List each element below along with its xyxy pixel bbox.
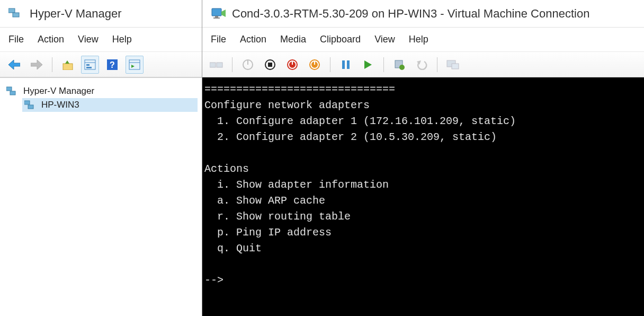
tree-root-label: Hyper-V Manager: [23, 86, 94, 96]
enhanced-session-button[interactable]: [444, 56, 462, 74]
nav-forward-button[interactable]: [28, 56, 46, 74]
vmconnect-toolbar: [202, 52, 644, 77]
svg-rect-21: [213, 17, 220, 19]
svg-rect-28: [268, 63, 272, 67]
hyperv-tree-icon: [6, 85, 19, 97]
hyperv-manager-pane: Hyper-V Manager File Action View Help ?: [0, 0, 202, 316]
vmconnect-menubar: File Action Media Clipboard View Help: [202, 28, 644, 52]
menu-action[interactable]: Action: [38, 34, 64, 45]
hyperv-icon: [8, 6, 23, 21]
svg-rect-23: [210, 63, 216, 67]
server-tree: Hyper-V Manager HP-WIN3: [0, 77, 202, 316]
menu-action[interactable]: Action: [240, 34, 266, 45]
checkpoint-button[interactable]: [390, 56, 408, 74]
svg-rect-42: [452, 64, 459, 69]
properties-button[interactable]: [81, 56, 99, 74]
svg-point-39: [399, 65, 405, 70]
vm-console[interactable]: ============================== Configure…: [202, 77, 644, 316]
toolbar-separator: [330, 57, 330, 72]
svg-rect-12: [129, 60, 140, 69]
svg-marker-2: [8, 60, 20, 69]
tree-host-item[interactable]: HP-WIN3: [22, 98, 198, 112]
svg-rect-4: [63, 64, 73, 70]
svg-rect-19: [212, 8, 221, 16]
svg-marker-40: [417, 60, 421, 65]
toolbar-separator: [232, 57, 232, 72]
toolbar-separator: [383, 57, 384, 72]
svg-rect-17: [24, 101, 30, 104]
revert-button[interactable]: [413, 56, 431, 74]
toolbar-separator: [52, 57, 52, 72]
menu-file[interactable]: File: [211, 34, 226, 45]
hyperv-toolbar: ?: [0, 52, 202, 77]
svg-rect-18: [28, 105, 33, 109]
svg-marker-37: [364, 60, 372, 69]
hyperv-title: Hyper-V Manager: [30, 7, 122, 21]
up-folder-button[interactable]: [59, 56, 77, 74]
svg-rect-24: [217, 63, 222, 67]
ctrl-alt-del-button[interactable]: [208, 56, 226, 74]
svg-rect-20: [215, 16, 218, 17]
svg-rect-1: [13, 13, 19, 17]
vmconnect-title: Cond-3.0.3-RTM-5.30-209 on HP-WIN3 - Vir…: [232, 7, 589, 21]
svg-marker-5: [65, 60, 69, 64]
nav-back-button[interactable]: [5, 56, 23, 74]
svg-marker-22: [221, 10, 226, 17]
menu-view[interactable]: View: [78, 34, 99, 45]
toolbar-separator: [437, 57, 437, 72]
svg-rect-36: [347, 60, 350, 69]
pause-button[interactable]: [337, 56, 355, 74]
vmconnect-icon: [211, 7, 226, 20]
hyperv-menubar: File Action View Help: [0, 28, 202, 52]
tree-root-item[interactable]: Hyper-V Manager: [4, 84, 198, 98]
svg-rect-15: [6, 87, 12, 91]
svg-text:?: ?: [110, 60, 115, 69]
svg-rect-16: [10, 91, 15, 95]
svg-marker-3: [31, 60, 42, 69]
svg-rect-8: [86, 64, 90, 66]
menu-view[interactable]: View: [374, 34, 395, 45]
svg-rect-0: [8, 8, 15, 13]
menu-clipboard[interactable]: Clipboard: [320, 34, 361, 45]
show-actions-button[interactable]: [126, 56, 144, 74]
reset-button[interactable]: [359, 56, 377, 74]
start-button[interactable]: [239, 56, 257, 74]
server-tree-icon: [24, 99, 37, 111]
svg-rect-35: [342, 60, 345, 69]
save-button[interactable]: [306, 56, 324, 74]
menu-file[interactable]: File: [8, 34, 24, 45]
svg-marker-14: [131, 65, 135, 68]
tree-host-label: HP-WIN3: [41, 100, 79, 110]
shutdown-button[interactable]: [283, 56, 301, 74]
hyperv-titlebar: Hyper-V Manager: [0, 0, 202, 28]
vmconnect-pane: Cond-3.0.3-RTM-5.30-209 on HP-WIN3 - Vir…: [202, 0, 644, 316]
menu-help[interactable]: Help: [112, 34, 132, 45]
vmconnect-titlebar: Cond-3.0.3-RTM-5.30-209 on HP-WIN3 - Vir…: [202, 0, 644, 28]
help-button[interactable]: ?: [103, 56, 121, 74]
menu-media[interactable]: Media: [280, 34, 306, 45]
turn-off-button[interactable]: [261, 56, 279, 74]
menu-help[interactable]: Help: [409, 34, 428, 45]
svg-rect-9: [86, 67, 92, 68]
